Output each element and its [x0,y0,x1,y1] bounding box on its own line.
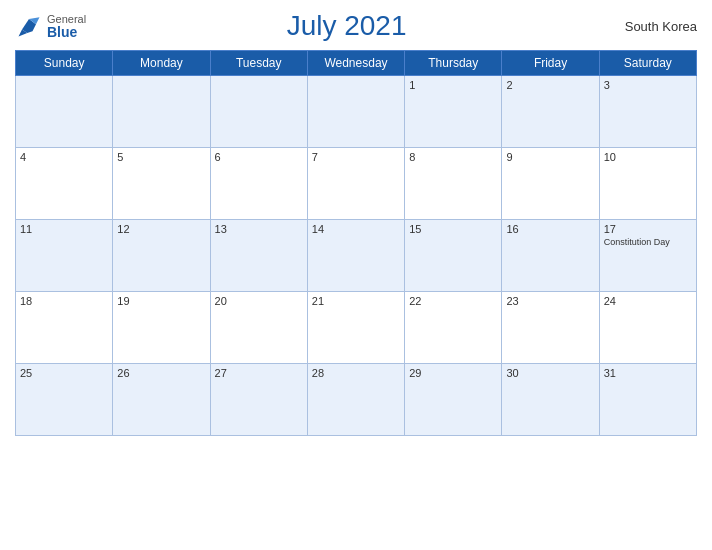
day-number: 11 [20,223,108,235]
calendar-cell: 31 [599,364,696,436]
calendar-header: General Blue July 2021 South Korea [15,10,697,42]
calendar-cell: 17Constitution Day [599,220,696,292]
logo: General Blue [15,12,86,40]
day-number: 29 [409,367,497,379]
day-number: 13 [215,223,303,235]
day-number: 27 [215,367,303,379]
day-number: 26 [117,367,205,379]
logo-blue-text: Blue [47,25,86,39]
calendar-week-row: 45678910 [16,148,697,220]
day-number: 5 [117,151,205,163]
day-number: 4 [20,151,108,163]
calendar-cell [113,76,210,148]
calendar-week-row: 123 [16,76,697,148]
day-number: 3 [604,79,692,91]
calendar-cell: 21 [307,292,404,364]
calendar-cell: 12 [113,220,210,292]
days-of-week-row: Sunday Monday Tuesday Wednesday Thursday… [16,51,697,76]
calendar-cell: 22 [405,292,502,364]
month-title: July 2021 [86,10,607,42]
day-number: 23 [506,295,594,307]
country-label: South Korea [607,19,697,34]
day-number: 18 [20,295,108,307]
day-number: 31 [604,367,692,379]
day-number: 7 [312,151,400,163]
calendar-cell: 19 [113,292,210,364]
calendar-week-row: 11121314151617Constitution Day [16,220,697,292]
calendar-cell: 23 [502,292,599,364]
calendar-week-row: 18192021222324 [16,292,697,364]
calendar-cell: 6 [210,148,307,220]
calendar-cell [16,76,113,148]
calendar-cell: 11 [16,220,113,292]
calendar-cell: 1 [405,76,502,148]
day-number: 22 [409,295,497,307]
day-number: 30 [506,367,594,379]
calendar-cell: 20 [210,292,307,364]
calendar-cell: 30 [502,364,599,436]
calendar-cell: 8 [405,148,502,220]
day-number: 12 [117,223,205,235]
calendar-cell: 16 [502,220,599,292]
calendar-table: Sunday Monday Tuesday Wednesday Thursday… [15,50,697,436]
day-number: 15 [409,223,497,235]
calendar-cell: 7 [307,148,404,220]
col-friday: Friday [502,51,599,76]
calendar-cell: 28 [307,364,404,436]
col-tuesday: Tuesday [210,51,307,76]
day-number: 10 [604,151,692,163]
calendar-cell: 5 [113,148,210,220]
col-monday: Monday [113,51,210,76]
col-wednesday: Wednesday [307,51,404,76]
holiday-label: Constitution Day [604,237,692,248]
calendar-cell: 18 [16,292,113,364]
calendar-cell [210,76,307,148]
logo-general-text: General [47,14,86,25]
day-number: 2 [506,79,594,91]
logo-bird-icon [15,12,43,40]
day-number: 19 [117,295,205,307]
calendar-cell: 13 [210,220,307,292]
calendar-cell: 27 [210,364,307,436]
calendar-cell: 4 [16,148,113,220]
calendar-page: General Blue July 2021 South Korea Sunda… [0,0,712,550]
calendar-cell: 15 [405,220,502,292]
col-saturday: Saturday [599,51,696,76]
day-number: 9 [506,151,594,163]
col-sunday: Sunday [16,51,113,76]
calendar-cell: 14 [307,220,404,292]
calendar-header-row: Sunday Monday Tuesday Wednesday Thursday… [16,51,697,76]
calendar-cell: 25 [16,364,113,436]
calendar-cell: 29 [405,364,502,436]
day-number: 25 [20,367,108,379]
col-thursday: Thursday [405,51,502,76]
day-number: 28 [312,367,400,379]
logo-text: General Blue [47,14,86,39]
day-number: 1 [409,79,497,91]
calendar-cell: 26 [113,364,210,436]
day-number: 20 [215,295,303,307]
day-number: 6 [215,151,303,163]
day-number: 21 [312,295,400,307]
day-number: 16 [506,223,594,235]
calendar-week-row: 25262728293031 [16,364,697,436]
calendar-cell [307,76,404,148]
calendar-cell: 10 [599,148,696,220]
calendar-body: 1234567891011121314151617Constitution Da… [16,76,697,436]
calendar-cell: 2 [502,76,599,148]
day-number: 8 [409,151,497,163]
calendar-cell: 3 [599,76,696,148]
calendar-cell: 24 [599,292,696,364]
calendar-cell: 9 [502,148,599,220]
day-number: 17 [604,223,692,235]
day-number: 24 [604,295,692,307]
day-number: 14 [312,223,400,235]
